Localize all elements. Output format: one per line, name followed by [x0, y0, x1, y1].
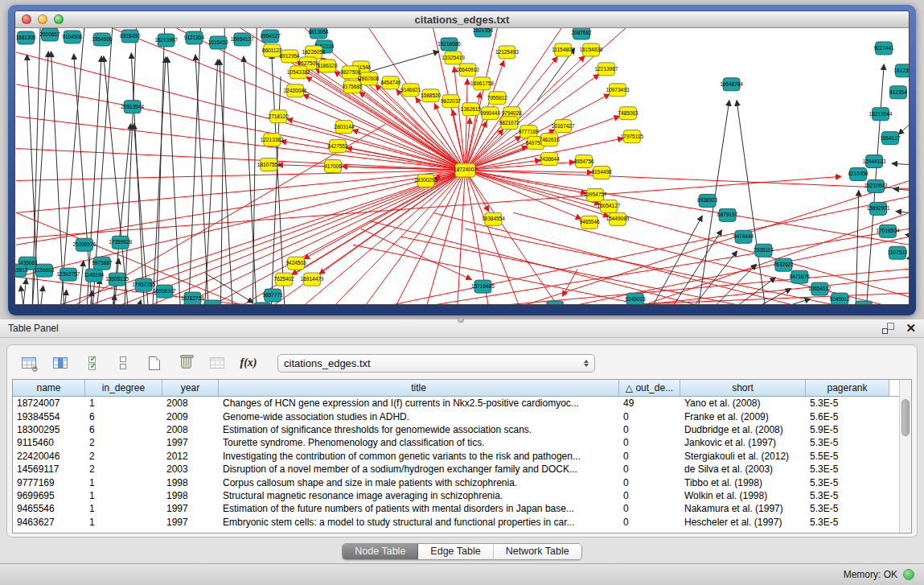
- table-row[interactable]: 969969511998Structural magnetic resonanc…: [13, 489, 899, 502]
- column-header-short[interactable]: short: [680, 380, 806, 396]
- graph-node[interactable]: 2087682: [571, 28, 592, 39]
- graph-node[interactable]: 9245012: [830, 293, 851, 304]
- graph-node[interactable]: 1812354: [893, 64, 909, 77]
- graph-node[interactable]: 18724007: [454, 163, 477, 177]
- graph-node[interactable]: 9857771: [263, 289, 284, 302]
- graph-node[interactable]: 9990444: [480, 107, 501, 120]
- graph-node[interactable]: 1107533: [888, 246, 908, 259]
- graph-node[interactable]: 7625402: [274, 273, 295, 286]
- graph-node[interactable]: 22420046: [284, 84, 307, 97]
- tab-node-table[interactable]: Node Table: [343, 544, 418, 559]
- graph-node[interactable]: 17957255: [132, 278, 155, 291]
- table-row[interactable]: 946362711997Embryonic stem cells: a mode…: [13, 516, 899, 529]
- graph-node[interactable]: 16210643: [864, 179, 888, 192]
- network-canvas[interactable]: 1881305202065791545061954506891545016213…: [15, 28, 909, 304]
- graph-node[interactable]: 6879197: [717, 208, 738, 221]
- graph-node[interactable]: 8427552: [327, 140, 348, 153]
- graph-node[interactable]: 17359928: [109, 236, 132, 249]
- graph-node[interactable]: 13325419: [441, 51, 465, 64]
- table-row[interactable]: 946554611997Estimation of the future num…: [13, 502, 899, 515]
- table-row[interactable]: 911546021997Tourette syndrome. Phenomeno…: [13, 436, 899, 449]
- row-height-button[interactable]: [113, 352, 133, 373]
- column-header-out-de-[interactable]: △ out_de...: [619, 380, 680, 396]
- close-window-button[interactable]: [22, 14, 31, 24]
- graph-node[interactable]: 924502: [855, 301, 873, 304]
- minimize-window-button[interactable]: [38, 14, 47, 24]
- tab-edge-table[interactable]: Edge Table: [418, 544, 493, 559]
- graph-node[interactable]: 19218586: [437, 38, 461, 51]
- import-table-button[interactable]: [207, 352, 228, 373]
- graph-node[interactable]: 13505135: [105, 273, 129, 286]
- float-panel-icon[interactable]: [882, 323, 894, 334]
- graph-node[interactable]: 9121354: [184, 31, 205, 44]
- graph-node[interactable]: 15449089: [606, 212, 630, 225]
- vertical-scrollbar[interactable]: [899, 380, 911, 533]
- table-selector-dropdown[interactable]: citations_edges.txt: [277, 354, 595, 373]
- graph-node[interactable]: 2718120: [269, 110, 290, 123]
- table-row[interactable]: 1872400712008Changes of HCN gene express…: [13, 397, 899, 410]
- tab-network-table[interactable]: Network Table: [494, 544, 581, 559]
- scrollbar-thumb[interactable]: [901, 399, 910, 436]
- graph-node[interactable]: 16648784: [720, 78, 743, 91]
- graph-node[interactable]: 2020657: [39, 28, 60, 41]
- graph-node[interactable]: 8215358: [848, 168, 869, 181]
- table-row[interactable]: 2242004622012Investigating the contribut…: [13, 450, 899, 463]
- graph-node[interactable]: 8912954: [280, 50, 301, 63]
- graph-node[interactable]: 9821072: [499, 117, 520, 130]
- graph-node[interactable]: 20206576: [72, 238, 96, 251]
- graph-node[interactable]: 1015450: [208, 36, 229, 49]
- graph-node[interactable]: 11154808: [552, 43, 574, 56]
- graph-node[interactable]: 12213967: [595, 63, 618, 76]
- graph-node[interactable]: 12342757: [57, 268, 80, 281]
- graph-node[interactable]: 16154838: [580, 43, 603, 56]
- graph-node[interactable]: 17975115: [621, 130, 644, 143]
- graph-node[interactable]: 19384554: [482, 212, 505, 225]
- graph-node[interactable]: 1588520: [421, 89, 441, 102]
- graph-node[interactable]: 16961758: [470, 77, 494, 90]
- graph-node[interactable]: 16782759: [181, 292, 204, 304]
- graph-node[interactable]: 16054127: [598, 200, 621, 212]
- graph-node[interactable]: 9822037: [441, 95, 462, 108]
- graph-node[interactable]: 2424503: [545, 301, 566, 304]
- graph-node[interactable]: 9465546: [579, 216, 600, 229]
- graph-node[interactable]: 10973493: [606, 84, 630, 97]
- graph-node[interactable]: 8813054: [308, 28, 329, 39]
- graph-node[interactable]: 12125493: [495, 46, 519, 59]
- graph-node[interactable]: 12444133: [863, 155, 886, 168]
- graph-node[interactable]: 16914479: [301, 273, 324, 286]
- graph-node[interactable]: 7462616: [540, 134, 561, 146]
- graph-node[interactable]: 20513544: [121, 101, 144, 113]
- graph-node[interactable]: 12213383: [261, 134, 284, 146]
- graph-node[interactable]: 9975887: [92, 257, 113, 270]
- graph-node[interactable]: 2436644: [540, 153, 561, 166]
- graph-node[interactable]: 8954127: [261, 30, 281, 43]
- graph-node[interactable]: 1362615: [461, 103, 482, 116]
- graph-node[interactable]: 9154506: [62, 31, 83, 43]
- column-header-in-degree[interactable]: in_degree: [85, 380, 162, 396]
- column-header-name[interactable]: name: [13, 380, 85, 396]
- function-builder-button[interactable]: f(x): [238, 352, 259, 373]
- graph-node[interactable]: 1621354: [473, 28, 494, 37]
- graph-node[interactable]: 15716485: [471, 280, 495, 293]
- show-columns-button[interactable]: [50, 352, 71, 373]
- graph-node[interactable]: 10167427: [552, 120, 575, 133]
- column-header-year[interactable]: year: [162, 380, 219, 396]
- graph-node[interactable]: 9827508: [340, 66, 361, 79]
- graph-node[interactable]: 7955812: [487, 92, 508, 105]
- graph-node[interactable]: 1145194: [84, 269, 104, 282]
- graph-node[interactable]: 8471676: [790, 270, 811, 283]
- graph-node[interactable]: 1954127: [880, 132, 901, 145]
- graph-node[interactable]: 2803144: [334, 121, 355, 134]
- graph-node[interactable]: 16213967: [154, 34, 178, 47]
- column-header-title[interactable]: title: [219, 380, 619, 396]
- table-row[interactable]: 1938455462009Genome-wide association stu…: [13, 410, 899, 422]
- table-settings-button[interactable]: ⚙: [18, 352, 39, 373]
- graph-node[interactable]: 8454749: [380, 76, 401, 89]
- graph-node[interactable]: 18107553: [257, 159, 281, 171]
- graph-node[interactable]: 9474444: [733, 230, 754, 243]
- graph-node[interactable]: 16640910: [456, 64, 479, 76]
- graph-node[interactable]: 417006: [324, 160, 342, 173]
- graph-node[interactable]: 9245033: [625, 293, 646, 304]
- graph-node[interactable]: 1954506: [92, 33, 113, 46]
- table-row[interactable]: 977716911998Corpus callosum shape and si…: [13, 476, 899, 488]
